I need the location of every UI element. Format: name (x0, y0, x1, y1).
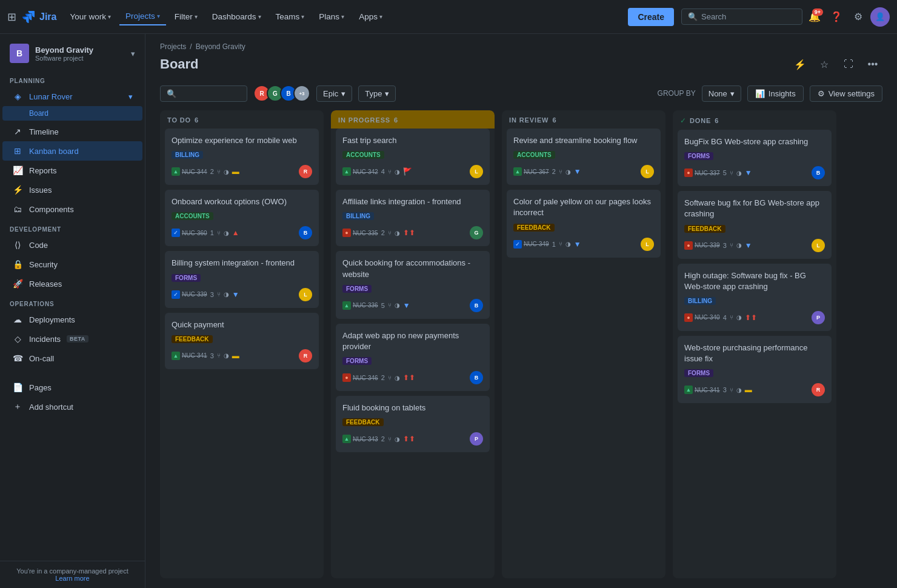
sidebar-item-label: Timeline (29, 127, 59, 136)
help-button[interactable]: ❓ (827, 7, 846, 27)
card[interactable]: Quick payment FEEDBACK ▲ NUC-341 3 ⑂ ◑ ▬… (165, 313, 319, 369)
sidebar-item-issues[interactable]: ⚡ Issues (2, 180, 142, 199)
more-actions-button[interactable]: ••• (863, 55, 882, 74)
star-button[interactable]: ☆ (815, 55, 834, 74)
card[interactable]: Web-store purchasing performance issue f… (678, 336, 832, 403)
user-avatar[interactable]: 👤 (870, 7, 890, 27)
insights-button[interactable]: 📊 Insights (747, 85, 804, 102)
sidebar-item-label: Add shortcut (29, 403, 73, 412)
sidebar-item-security[interactable]: 🔒 Security (2, 255, 142, 274)
sidebar-item-lunar-rover[interactable]: ◈ Lunar Rover ▾ (2, 87, 142, 106)
card-tag: FORMS (684, 152, 713, 160)
branch-icon: ⑂ (559, 169, 562, 175)
card[interactable]: Billing system integration - frontend FO… (165, 251, 319, 307)
card[interactable]: Onboard workout options (OWO) ACCOUNTS ✓… (165, 190, 319, 246)
card[interactable]: Affiliate links integration - frontend B… (336, 190, 490, 246)
card-count: 2 (381, 374, 385, 381)
board-search-input[interactable] (180, 89, 241, 98)
column-inprogress: IN PROGRESS 6 Fast trip search ACCOUNTS … (331, 110, 495, 578)
sidebar-item-add-shortcut[interactable]: ＋ Add shortcut (2, 397, 142, 416)
commit-icon: ◑ (224, 169, 229, 175)
nav-dashboards[interactable]: Dashboards▾ (206, 8, 267, 25)
card-title: Web-store purchasing performance issue f… (684, 342, 825, 364)
card[interactable]: Optimize experience for mobile web BILLI… (165, 129, 319, 185)
epic-filter[interactable]: Epic ▾ (316, 85, 352, 102)
card[interactable]: Fast trip search ACCOUNTS ▲ NUC-342 4 ⑂ … (336, 129, 490, 185)
commit-icon: ◑ (395, 230, 400, 236)
card-count: 4 (381, 168, 385, 175)
search-box[interactable]: 🔍 Search (681, 8, 802, 25)
group-by-dropdown[interactable]: None ▾ (702, 85, 741, 102)
card[interactable]: Adapt web app no new payments provider F… (336, 324, 490, 391)
add-icon: ＋ (12, 401, 23, 412)
card[interactable]: Color of pale yellow on our pages looks … (507, 190, 661, 257)
sidebar-item-kanban[interactable]: ⊞ Kanban board (2, 141, 142, 161)
card[interactable]: Revise and streamline booking flow ACCOU… (507, 129, 661, 185)
learn-more-link[interactable]: Learn more (55, 575, 89, 582)
card-count: 1 (552, 241, 556, 248)
sidebar-item-label: Security (29, 260, 58, 269)
breadcrumb-projects[interactable]: Projects (160, 42, 186, 51)
done-check-icon: ✓ (680, 116, 686, 125)
card[interactable]: Fluid booking on tablets FEEDBACK ▲ NUC-… (336, 396, 490, 452)
card-id: ▲ NUC-342 (342, 167, 378, 176)
grid-icon[interactable]: ⊞ (7, 10, 16, 24)
sidebar-item-code[interactable]: ⟨⟩ Code (2, 235, 142, 255)
sidebar-item-label: Kanban board (29, 147, 79, 156)
card-footer: ▲ NUC-336 5 ⑂ ◑ ▼ B (342, 299, 483, 312)
column-header-done: ✓ DONE 6 (673, 110, 836, 130)
card[interactable]: Software bug fix for BG Web-store app cr… (678, 191, 832, 258)
card-footer: ✓ NUC-349 1 ⑂ ◑ ▼ L (513, 238, 654, 251)
branch-icon: ⑂ (217, 291, 221, 298)
branch-icon: ⑂ (730, 170, 733, 176)
breadcrumb-project-name[interactable]: Beyond Gravity (196, 42, 245, 51)
card-title: Onboard workout options (OWO) (172, 196, 312, 207)
sidebar-item-components[interactable]: 🗂 Components (2, 199, 142, 219)
search-icon: 🔍 (688, 12, 698, 21)
card-id-text: NUC-343 (353, 436, 378, 443)
card-title: High outage: Software bug fix - BG Web-s… (684, 270, 825, 292)
group-by-label: GROUP BY (658, 89, 696, 98)
sidebar-item-incidents[interactable]: ◇ Incidents BETA (2, 329, 142, 349)
card-id: ▲ NUC-336 (342, 301, 378, 310)
sidebar-item-reports[interactable]: 📈 Reports (2, 161, 142, 180)
sidebar-item-deployments[interactable]: ☁ Deployments (2, 310, 142, 329)
card-tag: BILLING (342, 212, 374, 220)
sidebar-item-oncall[interactable]: ☎ On-call (2, 349, 142, 368)
card-tag: ACCOUNTS (342, 151, 384, 159)
view-settings-icon: ⚙ (818, 89, 825, 98)
notifications-button[interactable]: 🔔 9+ (805, 7, 824, 27)
sidebar-item-timeline[interactable]: ↗ Timeline (2, 122, 142, 141)
project-chevron-icon[interactable]: ▾ (131, 49, 135, 58)
board-search[interactable]: 🔍 (160, 85, 247, 102)
card-title: Revise and streamline booking flow (513, 135, 654, 146)
sidebar-item-pages[interactable]: 📄 Pages (2, 378, 142, 397)
avatar-4[interactable]: +3 (293, 85, 310, 102)
nav-apps[interactable]: Apps▾ (353, 8, 388, 25)
top-nav: ⊞ Jira Your work▾ Projects▾ Filter▾ Dash… (0, 0, 897, 34)
fullscreen-button[interactable]: ⛶ (839, 55, 858, 74)
nav-your-work[interactable]: Your work▾ (64, 8, 117, 25)
project-name: Beyond Gravity (35, 45, 125, 55)
card-id-text: NUC-367 (524, 169, 549, 175)
card-footer: ▲ NUC-344 2 ⑂ ◑ ▬ R (172, 165, 312, 178)
view-settings-button[interactable]: ⚙ View settings (810, 85, 882, 102)
card[interactable]: BugFix BG Web-store app crashing FORMS ●… (678, 130, 832, 186)
type-filter[interactable]: Type ▾ (358, 85, 396, 102)
lightning-button[interactable]: ⚡ (790, 55, 810, 74)
nav-projects[interactable]: Projects▾ (119, 8, 166, 25)
nav-plans[interactable]: Plans▾ (313, 8, 350, 25)
create-button[interactable]: Create (628, 8, 674, 26)
card[interactable]: Quick booking for accommodations - websi… (336, 251, 490, 318)
nav-teams[interactable]: Teams▾ (270, 8, 311, 25)
card-footer: ▲ NUC-367 2 ⑂ ◑ ▼ L (513, 165, 654, 178)
card-avatar: L (641, 238, 654, 251)
sidebar-item-releases[interactable]: 🚀 Releases (2, 274, 142, 293)
settings-button[interactable]: ⚙ (849, 7, 868, 27)
jira-logo[interactable]: Jira (21, 10, 56, 24)
card[interactable]: High outage: Software bug fix - BG Web-s… (678, 264, 832, 331)
sidebar-item-label: On-call (29, 354, 54, 363)
nav-filter[interactable]: Filter▾ (168, 8, 204, 25)
planning-section-label: PLANNING (0, 70, 145, 87)
sidebar-subitem-board[interactable]: Board (2, 106, 142, 121)
